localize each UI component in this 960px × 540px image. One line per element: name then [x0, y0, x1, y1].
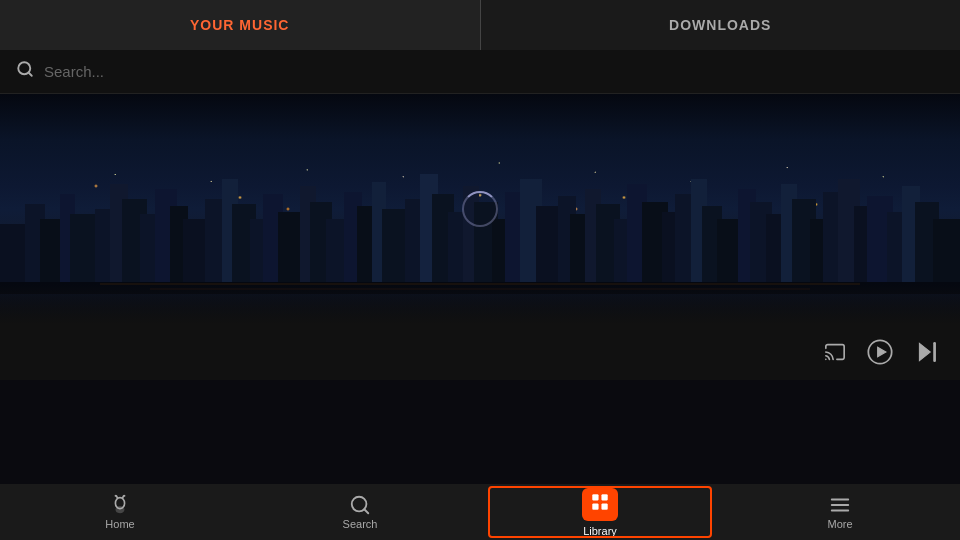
- player-controls: [0, 324, 960, 380]
- bottom-nav: Home Search Library: [0, 484, 960, 540]
- search-nav-icon: [349, 494, 371, 516]
- play-icon: [866, 338, 894, 366]
- tab-bar: YOUR MUSIC DOWNLOADS: [0, 0, 960, 50]
- library-icon: [590, 492, 610, 512]
- nav-library[interactable]: Library: [480, 488, 720, 537]
- svg-marker-68: [878, 347, 886, 356]
- city-skyline: [0, 164, 960, 294]
- svg-rect-77: [593, 503, 599, 509]
- nav-more[interactable]: More: [720, 484, 960, 540]
- skip-next-button[interactable]: [914, 339, 940, 365]
- nav-home-label: Home: [105, 518, 134, 530]
- svg-rect-75: [593, 494, 599, 500]
- cast-button[interactable]: [824, 341, 846, 363]
- library-icon-box: [582, 488, 618, 521]
- hero-banner: [0, 94, 960, 324]
- nav-search-label: Search: [343, 518, 378, 530]
- skip-next-icon: [914, 339, 940, 365]
- search-input[interactable]: [44, 63, 944, 80]
- hero-gradient-overlay: [0, 284, 960, 324]
- play-button[interactable]: [866, 338, 894, 366]
- search-icon: [16, 60, 34, 83]
- svg-line-1: [28, 72, 31, 75]
- search-bar: [0, 50, 960, 94]
- tab-your-music[interactable]: YOUR MUSIC: [0, 0, 480, 50]
- nav-library-label: Library: [583, 525, 617, 537]
- svg-line-74: [364, 509, 368, 513]
- cast-icon: [824, 341, 846, 363]
- nav-more-label: More: [827, 518, 852, 530]
- svg-rect-78: [602, 503, 608, 509]
- svg-marker-69: [919, 343, 930, 360]
- svg-point-72: [116, 507, 123, 512]
- tab-downloads[interactable]: DOWNLOADS: [481, 0, 961, 50]
- loading-spinner: [462, 191, 498, 227]
- svg-rect-76: [602, 494, 608, 500]
- home-icon: [109, 494, 131, 516]
- nav-home[interactable]: Home: [0, 484, 240, 540]
- nav-search[interactable]: Search: [240, 484, 480, 540]
- nav-library-wrapper: Library: [480, 484, 720, 540]
- more-icon: [829, 494, 851, 516]
